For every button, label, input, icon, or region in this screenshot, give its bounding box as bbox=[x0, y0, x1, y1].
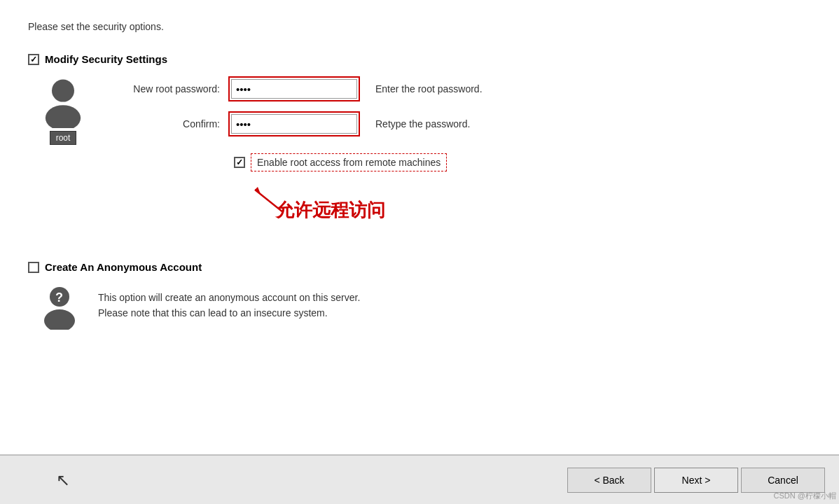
remote-access-checkbox[interactable] bbox=[234, 157, 245, 168]
confirm-password-input[interactable] bbox=[231, 114, 357, 134]
modify-security-label: Modify Security Settings bbox=[45, 53, 167, 65]
anonymous-desc-line2: Please note that this can lead to an ins… bbox=[98, 305, 360, 321]
anonymous-description: This option will create an anonymous acc… bbox=[98, 284, 360, 321]
anonymous-account-header: Create An Anonymous Account bbox=[28, 261, 811, 273]
modify-security-checkbox[interactable] bbox=[28, 54, 39, 65]
footer-buttons: < Back Next > Cancel bbox=[567, 468, 825, 493]
svg-point-1 bbox=[46, 105, 81, 128]
anonymous-desc-line1: This option will create an anonymous acc… bbox=[98, 290, 360, 305]
page-instruction: Please set the security options. bbox=[28, 21, 811, 32]
next-button[interactable]: Next > bbox=[654, 468, 738, 493]
password-form: New root password: Enter the root passwo… bbox=[108, 76, 483, 240]
svg-point-6 bbox=[44, 309, 75, 330]
confirm-password-row: Confirm: Retype the password. bbox=[108, 111, 483, 136]
anonymous-account-section: Create An Anonymous Account ? This optio… bbox=[28, 261, 811, 333]
root-avatar-label: root bbox=[50, 131, 77, 145]
new-password-row: New root password: Enter the root passwo… bbox=[108, 76, 483, 102]
modify-security-header: Modify Security Settings bbox=[28, 53, 811, 65]
back-button[interactable]: < Back bbox=[567, 468, 651, 493]
anonymous-account-checkbox[interactable] bbox=[28, 262, 39, 273]
svg-text:?: ? bbox=[55, 290, 63, 304]
watermark: CSDN @柠檬小帽 bbox=[774, 491, 836, 501]
anonymous-avatar-icon: ? bbox=[35, 284, 84, 330]
new-password-wrapper bbox=[228, 76, 360, 102]
new-password-hint: Enter the root password. bbox=[375, 83, 483, 94]
anonymous-avatar: ? bbox=[35, 284, 84, 333]
new-password-input[interactable] bbox=[231, 79, 357, 99]
svg-point-0 bbox=[52, 80, 74, 102]
remote-access-row: Enable root access from remote machines bbox=[234, 153, 483, 172]
new-password-label: New root password: bbox=[108, 83, 220, 94]
cancel-button[interactable]: Cancel bbox=[741, 468, 825, 493]
modify-security-content: root New root password: Enter the root p… bbox=[28, 76, 811, 240]
modify-security-section: Modify Security Settings root New root p… bbox=[28, 53, 811, 240]
confirm-password-hint: Retype the password. bbox=[375, 118, 470, 130]
annotation-text: 允许远程访问 bbox=[276, 198, 385, 223]
anonymous-account-content: ? This option will create an anonymous a… bbox=[28, 284, 811, 333]
cursor-icon: ↖ bbox=[56, 470, 70, 490]
root-avatar-icon bbox=[35, 76, 91, 128]
footer: ↖ < Back Next > Cancel bbox=[0, 455, 839, 504]
remote-access-label: Enable root access from remote machines bbox=[251, 153, 447, 172]
anonymous-account-label: Create An Anonymous Account bbox=[45, 261, 202, 273]
confirm-password-label: Confirm: bbox=[108, 118, 220, 130]
main-content: Please set the security options. Modify … bbox=[0, 0, 839, 454]
footer-left: ↖ bbox=[14, 470, 567, 490]
confirm-password-wrapper bbox=[228, 111, 360, 136]
root-avatar: root bbox=[35, 76, 91, 145]
annotation-area: 允许远程访问 bbox=[234, 184, 483, 240]
